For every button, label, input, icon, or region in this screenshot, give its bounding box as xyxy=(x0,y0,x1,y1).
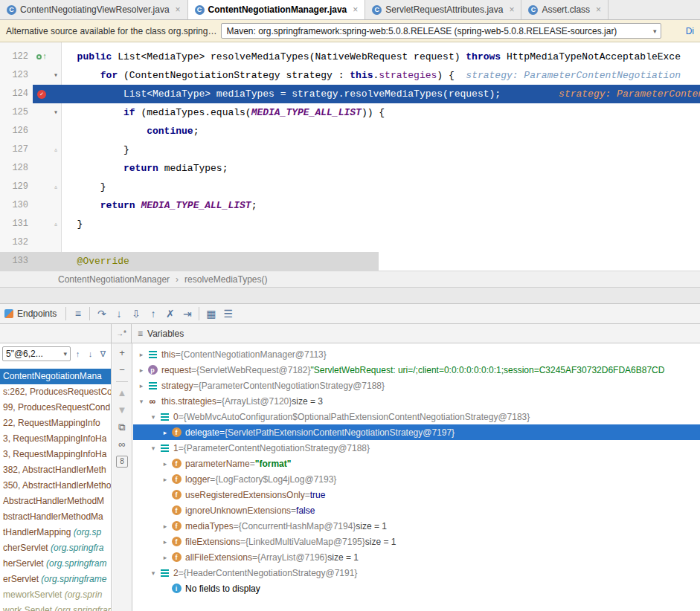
variable-name: logger xyxy=(185,474,210,485)
frame-item[interactable]: erServlet (org.springframe xyxy=(0,572,111,587)
frame-item[interactable]: 3, RequestMappingInfoHa xyxy=(0,431,111,447)
thread-selector-dropdown[interactable]: 5"@6,2... ▾ xyxy=(2,346,71,361)
variable-row[interactable]: ▸fallFileExtensions = {ArrayList@7196} s… xyxy=(133,549,700,565)
sources-jar-dropdown[interactable]: Maven: org.springframework:spring-web:5.… xyxy=(221,23,661,39)
tab-close-icon[interactable]: × xyxy=(596,4,601,15)
variable-row[interactable]: ▸this = {ContentNegotiationManager@7113} xyxy=(133,346,700,362)
tree-chevron-icon[interactable]: ▾ xyxy=(148,413,158,421)
step-into-icon[interactable]: ↓ xyxy=(110,306,127,322)
frame-item[interactable]: 350, AbstractHandlerMetho xyxy=(0,478,111,494)
panel-divider xyxy=(0,287,700,303)
frame-item[interactable]: herServlet (org.springfram xyxy=(0,556,111,572)
frame-item[interactable]: work Servlet (org springframew xyxy=(0,603,111,611)
variable-row[interactable]: iNo fields to display xyxy=(133,581,700,596)
step-over-icon[interactable]: ↷ xyxy=(93,306,110,322)
frame-item[interactable]: AbstractHandlerMethodM xyxy=(0,494,111,509)
variable-row[interactable]: ▾2 = {HeaderContentNegotiationStrategy@7… xyxy=(133,565,700,581)
view-grid-icon[interactable]: ▦ xyxy=(202,306,219,322)
breadcrumb-method[interactable]: resolveMediaTypes() xyxy=(184,274,267,285)
variable-row[interactable]: ▸strategy = {ParameterContentNegotiation… xyxy=(133,378,700,393)
tab-close-icon[interactable]: × xyxy=(509,4,514,15)
tree-chevron-icon[interactable]: ▾ xyxy=(148,569,158,577)
tree-chevron-icon[interactable]: ▸ xyxy=(136,366,147,374)
tab-endpoints[interactable]: Endpoints xyxy=(4,308,62,319)
variable-row[interactable]: ▸fdelegate = {ServletPathExtensionConten… xyxy=(133,424,700,440)
variable-row[interactable]: fignoreUnknownExtensions = false xyxy=(133,502,700,518)
add-watch-icon[interactable]: + xyxy=(116,347,128,359)
implement-marker-icon[interactable]: ↑ xyxy=(42,53,48,61)
code-token: mediaTypes; xyxy=(158,163,228,174)
tree-chevron-icon[interactable]: ▸ xyxy=(136,382,147,389)
frame-item[interactable]: cherServlet (org.springfra xyxy=(0,540,111,556)
view-rows-icon[interactable]: ☰ xyxy=(219,306,237,322)
tab-Assert.class[interactable]: CAssert.class× xyxy=(521,0,609,19)
variable-row[interactable]: ▾0 = {WebMvcAutoConfiguration$OptionalPa… xyxy=(133,409,700,424)
fold-up-icon[interactable]: ▵ xyxy=(54,146,58,154)
run-to-cursor-icon[interactable]: ⇥ xyxy=(179,306,196,322)
tab-ContentNegotiationManager.java[interactable]: CContentNegotiationManager.java× xyxy=(188,0,366,19)
code-line: 125▾ if (mediaTypes.equals(MEDIA_TYPE_AL… xyxy=(0,103,700,122)
variables-menu-icon[interactable]: ≡ xyxy=(138,329,143,339)
variable-row[interactable]: ▾1 = {ParameterContentNegotiationStrateg… xyxy=(133,440,700,456)
variable-row[interactable]: ▸flogger = {LogFactory$Log4jLog@7193} xyxy=(133,471,700,487)
frame-item[interactable]: tHandlerMapping (org.sp xyxy=(0,525,111,540)
breadcrumb-class[interactable]: ContentNegotiationManager xyxy=(58,274,170,285)
override-marker-icon[interactable] xyxy=(36,54,42,59)
variable-row[interactable]: ▸fmediaTypes = {ConcurrentHashMap@7194} … xyxy=(133,518,700,534)
fold-area xyxy=(51,252,61,271)
lasting-evaluation-icon[interactable]: ∞ xyxy=(116,439,128,450)
tree-chevron-icon[interactable]: ▸ xyxy=(160,476,170,483)
variable-row[interactable]: ▾∞this.strategies = {ArrayList@7120} siz… xyxy=(133,393,700,409)
frame-item[interactable]: 382, AbstractHandlerMeth xyxy=(0,462,111,478)
frame-up-icon[interactable]: ↑ xyxy=(72,349,83,358)
breakpoint-icon[interactable]: ✓ xyxy=(37,90,46,99)
force-step-into-icon[interactable]: ⇩ xyxy=(127,306,144,322)
fold-down-icon[interactable]: ▾ xyxy=(54,71,58,80)
tree-chevron-icon[interactable]: ▸ xyxy=(160,538,170,546)
evaluate-icon[interactable]: 8 xyxy=(116,456,128,468)
code-token xyxy=(65,51,77,62)
variable-row[interactable]: ▸fparameterName = "format" xyxy=(133,456,700,471)
fold-up-icon[interactable]: ▵ xyxy=(54,183,58,191)
variable-row[interactable]: ▸prequest = {ServletWebRequest@7182} "Se… xyxy=(133,362,700,378)
tab-ContentNegotiatingViewResolver.java[interactable]: CContentNegotiatingViewResolver.java× xyxy=(0,0,188,19)
layout-menu-icon[interactable]: ≡ xyxy=(69,306,86,322)
field-icon: f xyxy=(172,427,182,437)
frame-item[interactable]: bstractHandlerMethodMa xyxy=(0,509,111,525)
frame-item[interactable]: meworkServlet (org.sprin xyxy=(0,587,111,603)
drop-frame-icon[interactable]: ✗ xyxy=(161,306,179,322)
tree-chevron-icon[interactable]: ▸ xyxy=(160,554,170,561)
code-token: List<MediaType> mediaTypes = strategy.re… xyxy=(65,88,559,100)
notification-action-link[interactable]: Di xyxy=(680,26,694,36)
tab-close-icon[interactable]: × xyxy=(176,4,181,15)
move-watch-up-icon[interactable]: ▲ xyxy=(116,387,128,399)
gutter-icon-area xyxy=(33,215,51,233)
field-icon: f xyxy=(170,474,182,484)
frame-down-icon[interactable]: ↓ xyxy=(85,349,96,358)
tree-chevron-icon[interactable]: ▸ xyxy=(160,429,170,436)
duplicate-watch-icon[interactable]: ⧉ xyxy=(116,421,128,433)
frame-item[interactable]: 3, RequestMappingInfoHa xyxy=(0,447,111,462)
tree-chevron-icon[interactable]: ▸ xyxy=(160,523,170,530)
tree-chevron-icon[interactable]: ▾ xyxy=(136,398,147,405)
tree-chevron-icon[interactable]: ▸ xyxy=(136,351,147,358)
step-out-icon[interactable]: ↑ xyxy=(144,306,161,322)
filter-icon[interactable]: ∇ xyxy=(97,349,109,359)
frame-item[interactable]: ContentNegotiationMana xyxy=(0,369,111,384)
fold-up-icon[interactable]: ▵ xyxy=(54,220,58,228)
code-token: MEDIA_TYPE_ALL_LIST xyxy=(251,107,362,118)
tab-ServletRequestAttributes.java[interactable]: CServletRequestAttributes.java× xyxy=(365,0,521,19)
tree-chevron-icon[interactable]: ▸ xyxy=(160,460,170,468)
frame-item[interactable]: 99, ProducesRequestCond xyxy=(0,400,111,416)
fold-down-icon[interactable]: ▾ xyxy=(54,109,58,117)
frame-item[interactable]: s:262, ProducesRequestCo xyxy=(0,384,111,400)
move-watch-down-icon[interactable]: ▼ xyxy=(116,404,128,416)
frame-item[interactable]: 22, RequestMappingInfo xyxy=(0,416,111,431)
tab-close-icon[interactable]: × xyxy=(353,4,358,15)
variable-row[interactable]: ▸ffileExtensions = {LinkedMultiValueMap@… xyxy=(133,534,700,549)
add-to-watches-icon[interactable]: →* xyxy=(112,324,132,343)
line-number: 131 xyxy=(0,215,33,233)
tree-chevron-icon[interactable]: ▾ xyxy=(148,444,158,452)
remove-watch-icon[interactable]: − xyxy=(116,364,128,376)
variable-row[interactable]: fuseRegisteredExtensionsOnly = true xyxy=(133,487,700,502)
